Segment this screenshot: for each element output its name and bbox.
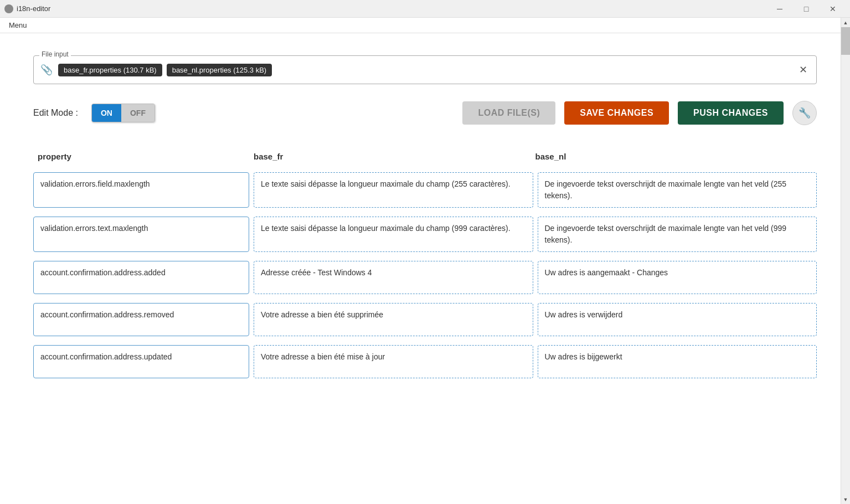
table-row: account.confirmation.address.updated Vot… [33,345,817,378]
cell-base-fr-3[interactable]: Votre adresse a bien été supprimée [254,303,533,336]
save-changes-button[interactable]: SAVE CHANGES [564,101,669,125]
table-row: validation.errors.text.maxlength Le text… [33,217,817,252]
header-property: property [35,147,251,166]
cell-base-nl-2[interactable]: Uw adres is aangemaakt - Changes [538,261,817,294]
app-title: i18n-editor [17,4,767,13]
cell-property-3[interactable]: account.confirmation.address.removed [33,303,249,336]
wrench-icon: 🔧 [799,107,811,119]
settings-button[interactable]: 🔧 [792,101,817,125]
scrollbar-down-arrow[interactable]: ▼ [841,495,850,504]
cell-property-1[interactable]: validation.errors.text.maxlength [33,217,249,252]
cell-base-fr-1[interactable]: Le texte saisi dépasse la longueur maxim… [254,217,533,252]
attach-icon[interactable]: 📎 [40,64,53,76]
file-tag-1[interactable]: base_nl.properties (125.3 kB) [167,64,272,76]
controls-row: Edit Mode : ON OFF LOAD FILE(S) SAVE CHA… [33,101,817,125]
cell-base-nl-4[interactable]: Uw adres is bijgewerkt [538,345,817,378]
cell-property-0[interactable]: validation.errors.field.maxlength [33,172,249,208]
menu-bar: Menu [0,18,850,33]
file-tag-0[interactable]: base_fr.properties (130.7 kB) [58,64,162,76]
title-bar: i18n-editor ─ □ ✕ [0,0,850,18]
load-files-button[interactable]: LOAD FILE(S) [462,101,555,125]
file-input-section: File input 📎 base_fr.properties (130.7 k… [33,55,817,84]
header-base-fr: base_fr [251,147,533,166]
edit-mode-toggle[interactable]: ON OFF [91,104,155,122]
table-row: account.confirmation.address.added Adres… [33,261,817,294]
app-icon [4,4,13,13]
toggle-off-label: OFF [121,104,154,122]
menu-item-menu[interactable]: Menu [4,19,32,32]
table-row: account.confirmation.address.removed Vot… [33,303,817,336]
edit-mode-label: Edit Mode : [33,108,78,118]
cell-property-2[interactable]: account.confirmation.address.added [33,261,249,294]
cell-base-nl-0[interactable]: De ingevoerde tekst overschrijdt de maxi… [538,172,817,208]
cell-base-fr-4[interactable]: Votre adresse a bien été mise à jour [254,345,533,378]
translation-table: property base_fr base_nl validation.erro… [33,147,817,378]
table-row: validation.errors.field.maxlength Le tex… [33,172,817,208]
minimize-button[interactable]: ─ [767,0,792,18]
scrollbar[interactable]: ▲ ▼ [841,18,850,504]
title-bar-controls: ─ □ ✕ [767,0,846,18]
main-content: File input 📎 base_fr.properties (130.7 k… [0,33,850,504]
close-button[interactable]: ✕ [820,0,846,18]
cell-base-fr-0[interactable]: Le texte saisi dépasse la longueur maxim… [254,172,533,208]
header-base-nl: base_nl [533,147,815,166]
file-input-box: File input 📎 base_fr.properties (130.7 k… [33,55,817,84]
push-changes-button[interactable]: PUSH CHANGES [678,101,784,125]
cell-base-nl-3[interactable]: Uw adres is verwijderd [538,303,817,336]
scrollbar-up-arrow[interactable]: ▲ [841,18,850,27]
file-input-label: File input [39,50,71,58]
scrollbar-thumb[interactable] [841,27,850,55]
table-header: property base_fr base_nl [33,147,817,166]
maximize-button[interactable]: □ [794,0,819,18]
toggle-on-label: ON [92,104,121,122]
cell-base-nl-1[interactable]: De ingevoerde tekst overschrijdt de maxi… [538,217,817,252]
cell-base-fr-2[interactable]: Adresse créée - Test Windows 4 [254,261,533,294]
file-tags: base_fr.properties (130.7 kB) base_nl.pr… [58,64,797,76]
cell-property-4[interactable]: account.confirmation.address.updated [33,345,249,378]
file-input-clear-button[interactable]: ✕ [797,64,810,76]
